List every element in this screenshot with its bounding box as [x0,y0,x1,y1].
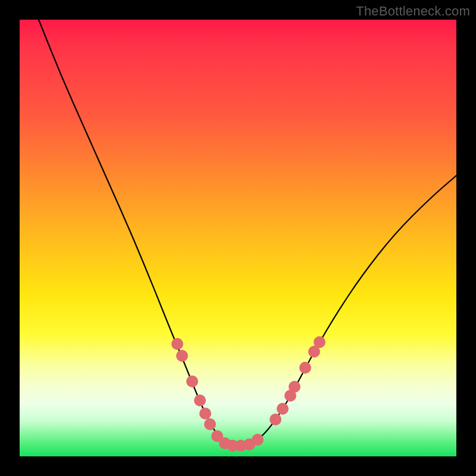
marker-dot [171,338,183,350]
marker-dot [270,414,281,425]
marker-dot [204,418,216,430]
marker-dot [252,434,264,446]
marker-dot [289,381,300,393]
watermark-text: TheBottleneck.com [356,4,470,19]
chart-svg [20,20,456,456]
marker-group [171,336,325,452]
marker-dot [299,362,311,374]
marker-dot [194,394,206,406]
outer-frame: TheBottleneck.com [0,0,476,476]
plot-area [20,20,456,456]
marker-dot [176,350,188,362]
marker-dot [186,375,198,387]
marker-dot [314,336,325,348]
bottleneck-curve [39,20,456,445]
marker-dot [277,403,289,415]
marker-dot [199,408,211,419]
